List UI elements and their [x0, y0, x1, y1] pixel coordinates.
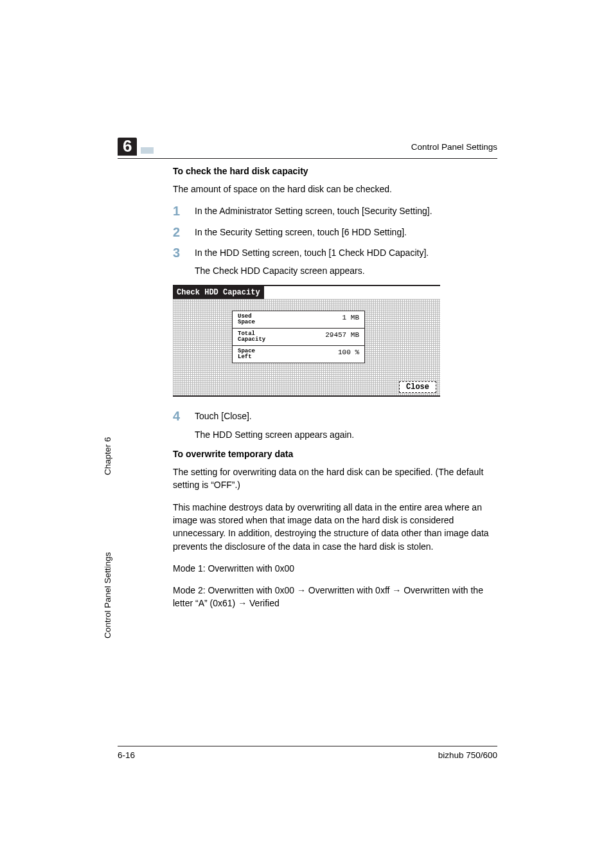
- step-1: 1 In the Administrator Setting screen, t…: [173, 204, 494, 217]
- step-3: 3 In the HDD Setting screen, touch [1 Ch…: [173, 246, 494, 278]
- step-number: 3: [173, 246, 183, 259]
- device-row-value: 1 MB: [342, 314, 359, 325]
- device-readout-panel: Used Space 1 MB Total Capacity 29457 MB …: [232, 311, 365, 363]
- overwrite-mode-2: Mode 2: Overwritten with 0x00 → Overwrit…: [173, 584, 494, 610]
- step-text: In the HDD Setting screen, touch [1 Chec…: [195, 246, 429, 259]
- chapter-badge-decoration: [141, 147, 154, 154]
- side-label-chapter: Chapter 6: [103, 437, 112, 475]
- step-number: 1: [173, 204, 183, 217]
- device-row-used: Used Space 1 MB: [233, 311, 364, 329]
- device-row-total: Total Capacity 29457 MB: [233, 329, 364, 346]
- chapter-number: 6: [118, 138, 137, 156]
- page-header: 6 Control Panel Settings: [118, 138, 497, 159]
- overwrite-paragraph-2: This machine destroys data by overwritin…: [173, 501, 494, 553]
- step-4: 4 Touch [Close]. The HDD Setting screen …: [173, 410, 494, 441]
- device-row-label: Used Space: [238, 314, 255, 325]
- step-subtext: The Check HDD Capacity screen appears.: [195, 264, 429, 277]
- chapter-badge: 6: [118, 138, 154, 156]
- step-text: Touch [Close].: [195, 410, 354, 422]
- device-screenshot: Check HDD Capacity Used Space 1 MB Total…: [173, 285, 440, 397]
- device-row-value: 100 %: [338, 348, 359, 360]
- step-text: In the Administrator Setting screen, tou…: [195, 204, 432, 217]
- heading-overwrite: To overwrite temporary data: [173, 449, 494, 459]
- step-number: 2: [173, 226, 183, 239]
- device-row-label: Total Capacity: [238, 331, 265, 343]
- device-row-value: 29457 MB: [325, 331, 359, 343]
- overwrite-paragraph-1: The setting for overwriting data on the …: [173, 466, 494, 492]
- side-label-title: Control Panel Settings: [103, 552, 112, 638]
- step-2: 2 In the Security Setting screen, touch …: [173, 226, 494, 239]
- device-screen-title: Check HDD Capacity: [173, 286, 264, 299]
- device-row-label: Space Left: [238, 348, 255, 360]
- running-head-title: Control Panel Settings: [411, 142, 497, 152]
- step-number: 4: [173, 410, 183, 422]
- step-subtext: The HDD Setting screen appears again.: [195, 428, 354, 441]
- page-footer: 6-16 bizhub 750/600: [118, 746, 497, 760]
- overwrite-mode-1: Mode 1: Overwritten with 0x00: [173, 562, 494, 575]
- step-text: In the Security Setting screen, touch [6…: [195, 226, 407, 239]
- product-name: bizhub 750/600: [438, 750, 497, 760]
- close-button[interactable]: Close: [399, 381, 436, 393]
- page-number: 6-16: [118, 750, 135, 760]
- device-row-left: Space Left 100 %: [233, 346, 364, 363]
- intro-paragraph: The amount of space on the hard disk can…: [173, 183, 494, 195]
- heading-check-capacity: To check the hard disk capacity: [173, 166, 494, 176]
